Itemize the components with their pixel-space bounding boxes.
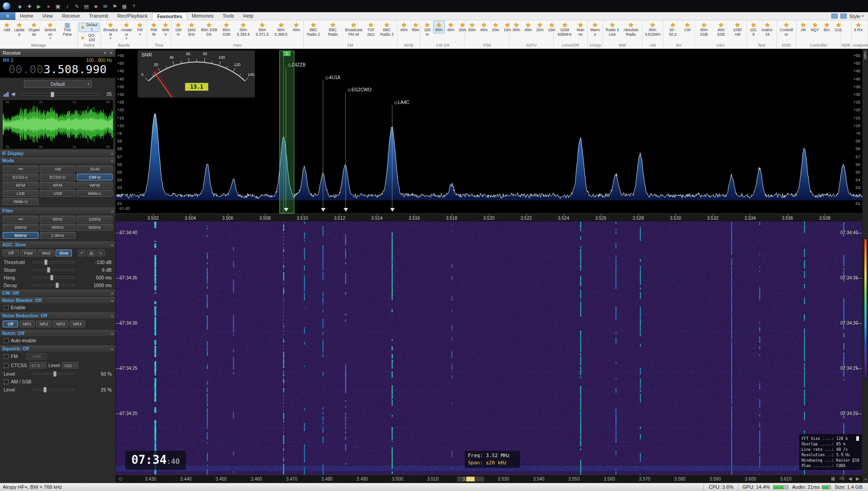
agc-button-med[interactable]: Med [38, 250, 54, 256]
undo-icon-button[interactable]: ↶ [78, 250, 86, 256]
titlebar-tool-icon[interactable]: ✉ [101, 2, 109, 10]
panel-menu-icon[interactable]: ▾ [104, 51, 106, 55]
titlebar-tool-icon[interactable]: ? [130, 2, 138, 10]
volume-slider-thumb[interactable] [51, 92, 54, 97]
tuned-frequency-readout[interactable]: 00.003.508.990 [0, 63, 115, 76]
favourite-1942-khz[interactable]: ★1942 kHz [184, 21, 199, 38]
collapse-icon[interactable]: ▴ [111, 314, 113, 318]
auto-gain-button[interactable]: Auto [863, 51, 868, 60]
favourite-wwv[interactable]: ★WWV [160, 21, 171, 38]
band-scrollbar[interactable]: ⊙ 3.4303.4403.4503.4603.4703.4803.4903.5… [116, 475, 862, 483]
nr-button-off[interactable]: Off [3, 321, 18, 327]
nr-button-nr1[interactable]: NR1 [19, 321, 35, 327]
mode-button-lsb[interactable]: LSB [3, 190, 38, 197]
collapse-icon[interactable]: ▴ [111, 347, 113, 351]
filter-button-200hz[interactable]: 200Hz [3, 224, 38, 231]
favourite-160m[interactable]: ★160m [421, 21, 433, 38]
slider-slope[interactable] [33, 269, 74, 271]
favourite-40m[interactable]: ★40m [522, 21, 534, 33]
favourite-radio-5-live[interactable]: ★Radio 5 Live [604, 21, 621, 38]
favourite-bia[interactable]: ★BIA [821, 21, 833, 33]
mode-button-sam[interactable]: SAM [77, 165, 113, 172]
favourite-rwm[interactable]: ★RWM [148, 21, 160, 38]
slider-thumb[interactable] [56, 283, 59, 288]
favourite-80m[interactable]: ★80m [466, 21, 478, 33]
titlebar-tool-icon[interactable]: ★ [92, 2, 100, 10]
tab-memories[interactable]: Memories [187, 12, 218, 20]
rx-number-flag[interactable]: 1 [283, 51, 291, 56]
mode-button-cw-u[interactable]: CW-U [77, 174, 113, 180]
favourite-60m-5-371-5[interactable]: ★60m 5.371.5 [253, 21, 272, 38]
am-ssb-checkbox[interactable] [4, 379, 9, 384]
waterfall-display[interactable] [116, 222, 862, 475]
favourite-1090-am[interactable]: ★1090 AM [729, 21, 745, 38]
favourite-80m[interactable]: ★80m [410, 21, 422, 33]
nb-enable-row[interactable]: Enable [0, 303, 115, 312]
slider-thumb[interactable] [47, 267, 50, 273]
agc-button-fast[interactable]: Fast [20, 250, 37, 256]
favourite-102-8[interactable]: ★102.8 [748, 21, 760, 38]
notch-auto-row[interactable]: Auto enable [0, 336, 115, 345]
target-icon[interactable]: ⊙ [118, 476, 123, 482]
app-menu-button[interactable]: ≡ [0, 12, 15, 20]
titlebar-tool-icon[interactable]: ✚ [25, 2, 33, 10]
agc-button-off[interactable]: Off [3, 250, 19, 256]
mode-button-item[interactable]: ••• [3, 165, 38, 172]
tuning-filter-region[interactable] [279, 51, 294, 213]
app-icon[interactable] [3, 2, 10, 10]
favourite-gsm-936mhz[interactable]: ★GSM 936MHz [555, 21, 575, 38]
chevron-down-icon[interactable]: ▾ [863, 477, 868, 482]
collapse-icon[interactable]: ▴ [111, 331, 113, 335]
favourite-40m[interactable]: ★40m [291, 21, 302, 33]
section-squelch[interactable]: Squelch: Off ▴ [0, 345, 115, 352]
favourite-selection[interactable]: ★Selection▾ [42, 21, 58, 41]
favourite-fm[interactable]: ★FM▾ [134, 21, 146, 37]
section-noise-blanker[interactable]: Noise Blanker: Off ▴ [0, 297, 115, 303]
nr-button-nr2[interactable]: NR2 [36, 321, 52, 327]
spectrum-frequency-axis[interactable]: 3.5023.5043.5063.5083.5103.5123.5143.516… [116, 213, 862, 222]
agc-button-slow[interactable]: Slow [56, 250, 72, 256]
ctcss-checkbox[interactable] [4, 363, 9, 368]
section-agc[interactable]: AGC: Slow ▴ [0, 241, 115, 248]
palette-bar[interactable] [864, 239, 867, 380]
meter-icon-button[interactable]: ▥ [87, 250, 95, 256]
section-filter[interactable]: Filter ▴ [0, 208, 115, 214]
filter-button-item[interactable]: ••• [3, 216, 38, 222]
favourite-60m-5-354-5[interactable]: ★60m 5.354.5 [234, 21, 253, 38]
favourite-broadcast-fm-x9[interactable]: ★Broadcast FM x9 [343, 21, 364, 38]
nr-button-nr3[interactable]: NR3 [53, 321, 68, 327]
mode-button-bfm[interactable]: BFM [3, 182, 38, 189]
section-mode[interactable]: Mode ▴ [0, 157, 115, 164]
tab-rec-playback[interactable]: Rec/Playback [113, 12, 152, 20]
titlebar-tool-icon[interactable]: ▦ [120, 2, 128, 10]
titlebar[interactable]: ◆✚▶●▣♪✎▤★✉⚑▦? [0, 0, 868, 12]
notch-auto-checkbox[interactable] [4, 338, 9, 343]
tab-help[interactable]: Help [239, 12, 258, 20]
level-bars-icon[interactable] [4, 91, 9, 97]
favourite-50-50-2-mhz[interactable]: ★50 - 50.2 MHz [664, 21, 681, 38]
filter-button-800hz[interactable]: 800Hz [3, 232, 38, 239]
nr-button-nr4[interactable]: NR4 [70, 321, 85, 327]
favourite-jw[interactable]: ★JW [797, 21, 809, 33]
favourite-40m[interactable]: ★40m [478, 21, 490, 33]
titlebar-tool-icon[interactable]: ♪ [63, 2, 71, 10]
favourite-bbc-radio-3[interactable]: ★BBC Radio 3 [378, 21, 396, 38]
mode-button-am[interactable]: AM [40, 165, 75, 172]
filter-button-600hz[interactable]: 600Hz [77, 224, 113, 231]
mode-button-nfm[interactable]: NFM [40, 182, 75, 189]
am-ssb-level-slider[interactable] [33, 389, 74, 391]
mode-button-wide-u[interactable]: Wide-U [3, 198, 38, 205]
nb-enable-checkbox[interactable] [4, 305, 9, 310]
tab-tools[interactable]: Tools [218, 12, 239, 20]
frequency-display[interactable]: RX 1 100 - 900 Hz 00.003.508.990 [0, 57, 115, 78]
ctcss-frequency-select[interactable]: 67.0 ▾ [29, 362, 47, 368]
ctcss-level-select[interactable]: 5dB ▾ [62, 362, 78, 368]
squelch-auto-button[interactable]: Auto [26, 353, 47, 359]
fm-squelch-checkbox[interactable] [4, 354, 9, 359]
slider-thumb[interactable] [50, 275, 53, 280]
collapse-icon[interactable]: ▴ [111, 298, 113, 302]
collapse-icon[interactable]: ▴ [111, 159, 113, 163]
collapse-icon[interactable]: ▴ [111, 243, 113, 247]
grid-icon[interactable]: ▦ [831, 476, 835, 481]
favourite-add[interactable]: ★Add [1, 21, 13, 33]
